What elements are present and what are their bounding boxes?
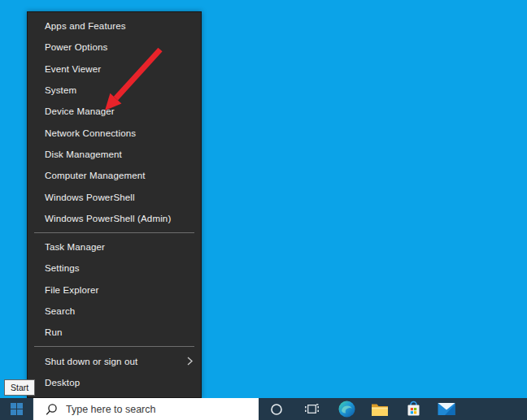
task-view-icon: [304, 402, 320, 416]
menu-item-label: Search: [45, 306, 75, 316]
menu-item-label: Apps and Features: [45, 21, 126, 31]
mail-icon: [438, 402, 455, 416]
menu-item-label: Event Viewer: [45, 64, 101, 74]
menu-item-disk-management[interactable]: Disk Management: [28, 144, 201, 165]
edge-button[interactable]: [332, 398, 361, 420]
windows-logo-icon: [11, 403, 23, 415]
menu-item-shut-down-or-sign-out[interactable]: Shut down or sign out: [28, 350, 201, 371]
file-explorer-button[interactable]: [365, 398, 394, 420]
menu-item-device-manager[interactable]: Device Manager: [28, 101, 201, 122]
menu-item-search[interactable]: Search: [28, 301, 201, 322]
menu-item-label: Device Manager: [45, 106, 115, 116]
menu-item-label: Windows PowerShell (Admin): [45, 214, 171, 223]
menu-item-windows-powershell[interactable]: Windows PowerShell: [28, 186, 201, 207]
menu-item-network-connections[interactable]: Network Connections: [28, 122, 201, 143]
mail-button[interactable]: [432, 398, 461, 420]
menu-separator: [34, 232, 194, 233]
menu-item-file-explorer[interactable]: File Explorer: [28, 279, 201, 301]
menu-item-power-options[interactable]: Power Options: [28, 37, 201, 58]
chevron-right-icon: [187, 357, 193, 366]
search-input[interactable]: [66, 398, 259, 420]
menu-separator: [34, 346, 194, 347]
menu-item-label: Disk Management: [45, 149, 122, 159]
menu-item-label: Windows PowerShell: [45, 193, 135, 202]
menu-item-label: Desktop: [45, 378, 80, 388]
edge-icon: [338, 401, 355, 418]
menu-item-task-manager[interactable]: Task Manager: [28, 236, 201, 258]
menu-item-label: Run: [45, 327, 63, 337]
winx-context-menu: Apps and Features Power Options Event Vi…: [27, 11, 202, 398]
menu-item-label: Task Manager: [45, 242, 105, 252]
cortana-button[interactable]: [262, 398, 291, 420]
start-tooltip: Start: [4, 379, 35, 396]
taskbar: [0, 398, 527, 420]
menu-item-computer-management[interactable]: Computer Management: [28, 165, 201, 186]
menu-item-label: Computer Management: [45, 171, 146, 180]
menu-item-apps-and-features[interactable]: Apps and Features: [28, 15, 201, 37]
menu-item-system[interactable]: System: [28, 80, 201, 101]
menu-item-label: Shut down or sign out: [45, 357, 137, 366]
menu-item-label: Network Connections: [45, 128, 136, 138]
start-tooltip-label: Start: [11, 383, 28, 392]
cortana-icon: [270, 403, 283, 416]
menu-item-settings[interactable]: Settings: [28, 258, 201, 279]
taskbar-search-box[interactable]: [33, 398, 259, 420]
store-icon: [405, 401, 422, 418]
menu-item-run[interactable]: Run: [28, 322, 201, 343]
menu-item-desktop[interactable]: Desktop: [28, 372, 201, 393]
search-icon: [45, 403, 58, 416]
menu-item-label: File Explorer: [45, 285, 99, 295]
menu-item-event-viewer[interactable]: Event Viewer: [28, 58, 201, 80]
menu-item-label: Power Options: [45, 42, 107, 52]
menu-item-label: Settings: [45, 263, 80, 273]
file-explorer-icon: [371, 402, 389, 417]
menu-item-label: System: [45, 85, 76, 95]
store-button[interactable]: [399, 398, 428, 420]
task-view-button[interactable]: [297, 398, 326, 420]
start-button[interactable]: [0, 398, 33, 420]
menu-item-windows-powershell-admin[interactable]: Windows PowerShell (Admin): [28, 208, 201, 229]
